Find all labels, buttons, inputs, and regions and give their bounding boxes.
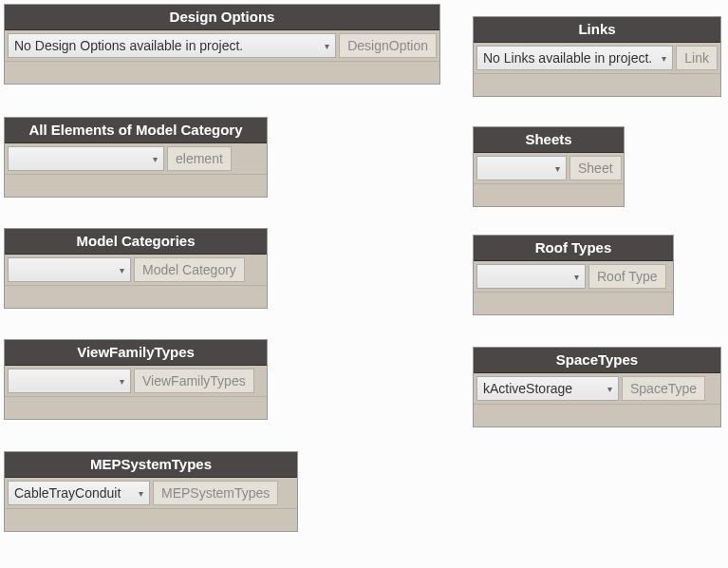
node-roof-types[interactable]: Roof Types ▾ Roof Type (473, 235, 674, 315)
node-mep-system-types[interactable]: MEPSystemTypes CableTrayConduit ▾ MEPSys… (4, 451, 298, 532)
chevron-down-icon: ▾ (153, 154, 158, 164)
node-footer (5, 508, 297, 531)
output-port-link[interactable]: Link (676, 46, 718, 70)
node-title: MEPSystemTypes (5, 452, 297, 478)
node-footer (5, 174, 267, 197)
node-footer (5, 285, 267, 308)
chevron-down-icon: ▾ (662, 53, 666, 64)
output-port-sheet[interactable]: Sheet (569, 156, 622, 180)
node-row: ▾ Model Category (5, 255, 267, 285)
node-title: SpaceTypes (474, 348, 720, 373)
node-row: ▾ Roof Type (474, 261, 673, 292)
node-space-types[interactable]: SpaceTypes kActiveStorage ▾ SpaceType (473, 347, 721, 427)
dropdown-text: No Links available in project. (483, 50, 652, 66)
output-port-model-category[interactable]: Model Category (134, 257, 245, 282)
node-links[interactable]: Links No Links available in project. ▾ L… (473, 16, 721, 97)
all-elements-dropdown[interactable]: ▾ (8, 146, 164, 171)
output-port-roof-type[interactable]: Roof Type (588, 264, 666, 289)
node-all-elements[interactable]: All Elements of Model Category ▾ element (4, 117, 268, 198)
roof-types-dropdown[interactable]: ▾ (476, 264, 586, 289)
model-categories-dropdown[interactable]: ▾ (8, 257, 131, 282)
node-row: ▾ element (5, 143, 267, 174)
node-footer (5, 396, 267, 419)
node-row: CableTrayConduit ▾ MEPSystemTypes (5, 478, 297, 508)
chevron-down-icon: ▾ (325, 41, 329, 51)
design-options-dropdown[interactable]: No Design Options available in project. … (8, 33, 336, 58)
node-title: Roof Types (474, 236, 673, 261)
node-row: kActiveStorage ▾ SpaceType (474, 373, 720, 404)
node-footer (5, 61, 439, 84)
output-port-space-type[interactable]: SpaceType (622, 376, 705, 401)
node-title: All Elements of Model Category (5, 118, 267, 143)
node-row: No Links available in project. ▾ Link (474, 43, 720, 73)
chevron-down-icon: ▾ (574, 272, 579, 282)
node-row: ▾ ViewFamilyTypes (5, 366, 267, 396)
node-title: ViewFamilyTypes (5, 340, 267, 366)
output-port-view-family-types[interactable]: ViewFamilyTypes (134, 369, 254, 393)
chevron-down-icon: ▾ (555, 163, 560, 174)
node-footer (474, 183, 624, 206)
node-design-options[interactable]: Design Options No Design Options availab… (4, 4, 440, 85)
view-family-types-dropdown[interactable]: ▾ (8, 369, 131, 393)
node-title: Model Categories (5, 229, 267, 255)
output-port-mep-system-types[interactable]: MEPSystemTypes (153, 481, 278, 505)
output-port-design-option[interactable]: DesignOption (339, 33, 437, 58)
node-title: Links (474, 17, 720, 43)
node-footer (474, 292, 673, 314)
node-model-categories[interactable]: Model Categories ▾ Model Category (4, 228, 268, 309)
chevron-down-icon: ▾ (120, 376, 124, 387)
node-view-family-types[interactable]: ViewFamilyTypes ▾ ViewFamilyTypes (4, 339, 268, 420)
chevron-down-icon: ▾ (120, 265, 124, 275)
dropdown-text: CableTrayConduit (14, 485, 121, 501)
chevron-down-icon: ▾ (139, 488, 143, 499)
sheets-dropdown[interactable]: ▾ (476, 156, 567, 180)
node-row: No Design Options available in project. … (5, 30, 439, 61)
node-sheets[interactable]: Sheets ▾ Sheet (473, 126, 625, 207)
output-port-element[interactable]: element (167, 146, 232, 171)
dropdown-text: kActiveStorage (483, 381, 572, 396)
dropdown-text: No Design Options available in project. (14, 38, 243, 53)
node-title: Sheets (474, 127, 624, 153)
mep-system-types-dropdown[interactable]: CableTrayConduit ▾ (8, 481, 150, 505)
links-dropdown[interactable]: No Links available in project. ▾ (476, 46, 673, 70)
node-row: ▾ Sheet (474, 153, 624, 183)
node-title: Design Options (5, 5, 439, 30)
space-types-dropdown[interactable]: kActiveStorage ▾ (476, 376, 619, 401)
chevron-down-icon: ▾ (607, 384, 612, 394)
node-footer (474, 404, 720, 426)
node-footer (474, 73, 720, 96)
